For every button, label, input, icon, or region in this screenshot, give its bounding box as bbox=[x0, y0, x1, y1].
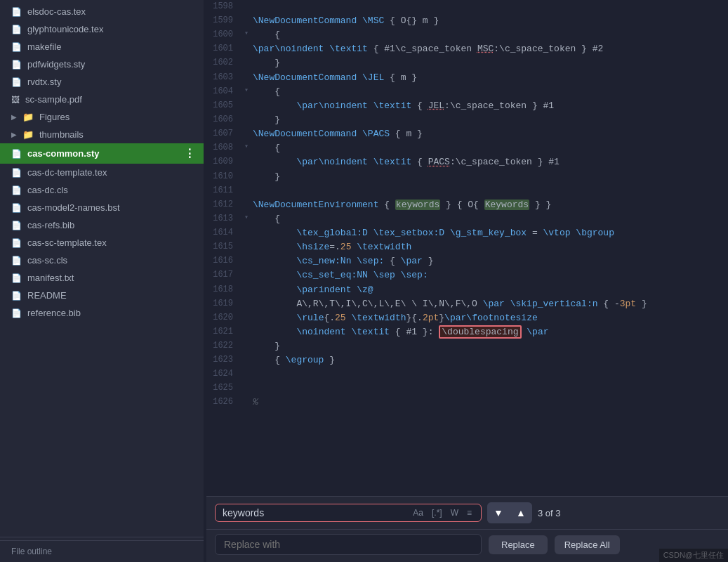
sidebar-item-cas-refs[interactable]: 📄 cas-refs.bib bbox=[0, 216, 204, 234]
file-icon: 📄 bbox=[11, 42, 22, 52]
navigate-down-button[interactable]: ▼ bbox=[487, 502, 510, 523]
line-number: 1600 bbox=[206, 28, 244, 41]
line-content: A\,R\,T\,I\,C\,L\,E\ \ I\,N\,F\,O \par \… bbox=[253, 297, 728, 311]
sidebar-item-label: sc-sample.pdf bbox=[25, 94, 195, 105]
line-content: \NewDocumentCommand \PACS { m } bbox=[253, 127, 728, 141]
replace-all-button[interactable]: Replace All bbox=[555, 535, 620, 554]
sidebar-item-label: thumbnails bbox=[39, 129, 84, 140]
fold-arrow[interactable]: ▾ bbox=[244, 212, 253, 223]
code-line-1607: 1607\NewDocumentCommand \PACS { m } bbox=[206, 127, 728, 141]
navigate-up-button[interactable]: ▲ bbox=[510, 502, 532, 523]
line-number: 1612 bbox=[206, 198, 244, 211]
sidebar-item-pdfwidgets[interactable]: 📄 pdfwidgets.sty bbox=[0, 55, 204, 73]
sidebar-item-rvdtx[interactable]: 📄 rvdtx.sty bbox=[0, 73, 204, 91]
sidebar-folder-Figures[interactable]: ▶ 📁 Figures bbox=[0, 108, 204, 126]
file-icon: 📄 bbox=[11, 238, 22, 248]
line-number: 1610 bbox=[206, 170, 244, 183]
sidebar-item-cas-common[interactable]: 📄 cas-common.sty ⋮ bbox=[0, 143, 204, 164]
line-number: 1626 bbox=[206, 396, 244, 409]
code-line-1616: 1616 \cs_new:Nn \sep: { \par } bbox=[206, 254, 728, 268]
line-content: { bbox=[253, 85, 728, 99]
sidebar-item-sc-sample[interactable]: 🖼 sc-sample.pdf bbox=[0, 91, 204, 108]
code-line-1610: 1610 } bbox=[206, 170, 728, 184]
sidebar-item-cas-model2-names[interactable]: 📄 cas-model2-names.bst bbox=[0, 199, 204, 216]
fold-arrow[interactable]: ▾ bbox=[244, 85, 253, 96]
line-number: 1625 bbox=[206, 381, 244, 395]
sidebar: 📄 elsdoc-cas.tex 📄 glyphtounicode.tex 📄 … bbox=[0, 0, 204, 562]
sidebar-folder-thumbnails[interactable]: ▶ 📁 thumbnails bbox=[0, 126, 204, 143]
sidebar-item-label: cas-sc.cls bbox=[27, 255, 195, 266]
line-content: } bbox=[253, 339, 728, 353]
code-line-1626: 1626% bbox=[206, 396, 728, 410]
line-number: 1601 bbox=[206, 42, 244, 55]
sidebar-divider bbox=[0, 537, 204, 537]
code-line-1620: 1620 \rule{.25 \textwidth}{.2pt}\par\foo… bbox=[206, 311, 728, 325]
sidebar-item-label: cas-refs.bib bbox=[27, 220, 195, 230]
replace-input[interactable] bbox=[224, 539, 472, 550]
file-icon: 📄 bbox=[11, 256, 22, 266]
sidebar-item-cas-dc[interactable]: 📄 cas-dc.cls bbox=[0, 181, 204, 199]
more-options-icon[interactable]: ⋮ bbox=[184, 147, 195, 160]
sidebar-item-label: pdfwidgets.sty bbox=[27, 59, 195, 70]
sidebar-item-label: makefile bbox=[27, 41, 195, 52]
file-icon: 📄 bbox=[11, 60, 22, 70]
sidebar-item-README[interactable]: 📄 README bbox=[0, 287, 204, 304]
sidebar-item-makefile[interactable]: 📄 makefile bbox=[0, 38, 204, 55]
line-content: \noindent \textit { #1 }: \doublespacing… bbox=[253, 325, 728, 339]
file-outline-section[interactable]: File outline bbox=[0, 540, 204, 562]
chevron-right-icon: ▶ bbox=[11, 131, 17, 138]
line-content: \par\noindent \textit { PACS:\c_space_to… bbox=[253, 155, 728, 169]
fold-arrow[interactable]: ▾ bbox=[244, 28, 253, 39]
line-number: 1611 bbox=[206, 184, 244, 197]
line-content: { bbox=[253, 212, 728, 226]
sidebar-item-label: README bbox=[27, 290, 195, 301]
line-number: 1619 bbox=[206, 297, 244, 311]
file-icon: 📄 bbox=[11, 7, 22, 17]
sidebar-item-reference-bib[interactable]: 📄 reference.bib bbox=[0, 304, 204, 322]
line-number: 1614 bbox=[206, 226, 244, 240]
line-content: \par\noindent \textit { JEL:\c_space_tok… bbox=[253, 99, 728, 113]
file-icon: 📄 bbox=[11, 221, 22, 230]
line-number: 1604 bbox=[206, 85, 244, 98]
regex-button[interactable]: [.*] bbox=[430, 507, 444, 518]
list-button[interactable]: ≡ bbox=[465, 507, 474, 518]
code-area[interactable]: 15981599\NewDocumentCommand \MSC { O{} m… bbox=[206, 0, 728, 496]
code-line-1600: 1600▾ { bbox=[206, 28, 728, 42]
sidebar-item-cas-sc[interactable]: 📄 cas-sc.cls bbox=[0, 251, 204, 269]
line-number: 1618 bbox=[206, 283, 244, 296]
navigation-buttons: ▼ ▲ bbox=[487, 502, 532, 523]
folder-icon: 📁 bbox=[22, 112, 34, 122]
sidebar-item-elsdoc-cas[interactable]: 📄 elsdoc-cas.tex bbox=[0, 3, 204, 20]
code-line-1619: 1619 A\,R\,T\,I\,C\,L\,E\ \ I\,N\,F\,O \… bbox=[206, 297, 728, 311]
code-line-1603: 1603\NewDocumentCommand \JEL { m } bbox=[206, 71, 728, 85]
line-content: \tex_global:D \tex_setbox:D \g_stm_key_b… bbox=[253, 226, 728, 240]
sidebar-item-cas-dc-template[interactable]: 📄 cas-dc-template.tex bbox=[0, 164, 204, 181]
case-sensitive-button[interactable]: Aa bbox=[411, 507, 425, 518]
line-number: 1599 bbox=[206, 14, 244, 27]
line-content: \cs_set_eq:NN \sep \sep: bbox=[253, 268, 728, 282]
sidebar-item-glyphtounicode[interactable]: 📄 glyphtounicode.tex bbox=[0, 20, 204, 38]
whole-word-button[interactable]: W bbox=[449, 507, 461, 518]
sidebar-item-label: Figures bbox=[39, 112, 70, 122]
replace-button[interactable]: Replace bbox=[489, 535, 548, 554]
search-input[interactable] bbox=[223, 507, 405, 518]
sidebar-file-list: 📄 elsdoc-cas.tex 📄 glyphtounicode.tex 📄 … bbox=[0, 0, 204, 534]
sidebar-item-manifest[interactable]: 📄 manifest.txt bbox=[0, 269, 204, 287]
search-input-wrapper: Aa [.*] W ≡ bbox=[215, 504, 482, 522]
file-icon: 📄 bbox=[11, 203, 22, 213]
match-count: 3 of 3 bbox=[538, 508, 561, 518]
watermark: CSDN@七里任住 bbox=[659, 549, 728, 562]
fold-arrow[interactable]: ▾ bbox=[244, 141, 253, 152]
sidebar-item-label: cas-common.sty bbox=[27, 148, 178, 159]
sidebar-item-cas-sc-template[interactable]: 📄 cas-sc-template.tex bbox=[0, 234, 204, 251]
line-content: } bbox=[253, 170, 728, 184]
line-number: 1621 bbox=[206, 325, 244, 339]
file-icon: 📄 bbox=[11, 168, 22, 178]
line-number: 1624 bbox=[206, 367, 244, 381]
line-number: 1602 bbox=[206, 56, 244, 70]
sidebar-item-label: rvdtx.sty bbox=[27, 77, 195, 87]
editor-panel: 15981599\NewDocumentCommand \MSC { O{} m… bbox=[206, 0, 728, 562]
file-icon: 📄 bbox=[11, 273, 22, 283]
line-number: 1622 bbox=[206, 339, 244, 353]
line-number: 1598 bbox=[206, 0, 244, 13]
